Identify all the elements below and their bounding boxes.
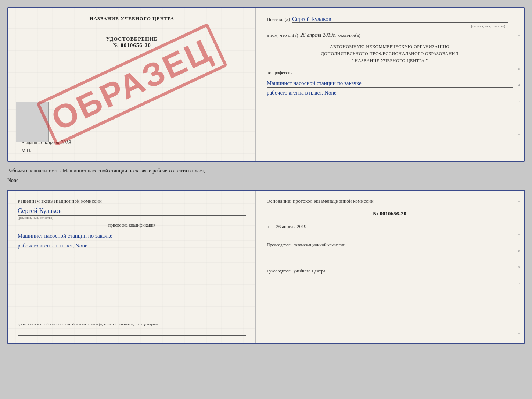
org-block: АВТОНОМНУЮ НЕКОММЕРЧЕСКУЮ ОРГАНИЗАЦИЮ ДО… xyxy=(267,43,513,65)
side-dashes-bottom-right: –––иа←––– xyxy=(518,191,522,343)
po-professii-row: по профессии xyxy=(267,69,513,76)
mp-label: М.П. xyxy=(18,147,31,153)
org-line3: " НАЗВАНИЕ УЧЕБНОГО ЦЕНТРА " xyxy=(267,57,513,64)
okonchil-label: окончил(а) xyxy=(338,32,360,38)
org-line1: АВТОНОМНУЮ НЕКОММЕРЧЕСКУЮ ОРГАНИЗАЦИЮ xyxy=(267,43,513,50)
po-professii-label: по профессии xyxy=(267,70,293,75)
specialty-text: Рабочая специальность - Машинист насосно… xyxy=(7,166,525,176)
name-bottom: Сергей Кулаков xyxy=(18,207,246,216)
top-document: НАЗВАНИЕ УЧЕБНОГО ЦЕНТРА УДОСТОВЕРЕНИЕ №… xyxy=(7,7,525,162)
photo-placeholder xyxy=(16,102,49,142)
bottom-document: Решением экзаменационной комиссии Сергей… xyxy=(7,190,525,344)
ot-date-block: от 26 апреля 2019 – xyxy=(267,224,513,229)
doc-right-top: Получил(а) Сергей Кулаков – (фамилия, им… xyxy=(256,8,524,161)
qualification-line1: Машинист насосной станции по закачке xyxy=(18,231,246,241)
doc-bottom-right: Основание: протокол экзаменационной коми… xyxy=(256,191,524,343)
nomer-bottom: № 0010656-20 xyxy=(267,211,513,217)
rukovoditel-block: Руководитель учебного Центра xyxy=(267,268,513,274)
predsedatel-label: Председатель экзаменационной комиссии xyxy=(267,242,345,247)
poluchil-row: Получил(а) Сергей Кулаков – xyxy=(267,16,513,23)
ot-label: от xyxy=(267,224,271,229)
vtom-label: в том, что он(а) xyxy=(267,32,298,38)
vtom-row: в том, что он(а) 26 апреля 2019г. окончи… xyxy=(267,32,513,39)
vtom-date: 26 апреля 2019г. xyxy=(301,32,336,39)
dopuskaetsya-block: допускается к работе согласно должностны… xyxy=(18,322,246,326)
specialty-text-wrapper: Рабочая специальность - Машинист насосно… xyxy=(7,166,525,185)
predsedatel-block: Председатель экзаменационной комиссии xyxy=(267,242,513,248)
underline-2 xyxy=(18,263,246,270)
underline-4 xyxy=(18,329,246,336)
rukovoditel-label: Руководитель учебного Центра xyxy=(267,268,325,274)
udostoverenie-label: УДОСТОВЕРЕНИЕ xyxy=(106,36,158,42)
udostoverenie-block: УДОСТОВЕРЕНИЕ № 0010656-20 xyxy=(106,36,158,49)
qualification-block: Машинист насосной станции по закачке раб… xyxy=(18,231,246,251)
nomer-top: № 0010656-20 xyxy=(106,42,158,49)
name-bottom-block: Сергей Кулаков (фамилия, имя, отчество) xyxy=(18,207,246,220)
profession-block: Машинист насосной станции по закачке раб… xyxy=(267,80,513,99)
poluchil-name: Сергей Кулаков xyxy=(292,16,508,23)
name-hint-bottom: (фамилия, имя, отчество) xyxy=(18,216,246,220)
org-line2: ДОПОЛНИТЕЛЬНОГО ПРОФЕССИОНАЛЬНОГО ОБРАЗО… xyxy=(267,50,513,57)
profession-line1: Машинист насосной станции по закачке xyxy=(267,80,513,88)
doc-left-top: НАЗВАНИЕ УЧЕБНОГО ЦЕНТРА УДОСТОВЕРЕНИЕ №… xyxy=(8,8,256,161)
ot-date-value: 26 апреля 2019 xyxy=(272,224,310,229)
specialty-text2: None xyxy=(7,176,525,185)
prisvoena-label: присвоена квалификация xyxy=(18,222,246,228)
side-dashes-right: –––иа←––– xyxy=(518,8,522,161)
poluchil-label: Получил(а) xyxy=(267,17,290,22)
osnov-text: Основание: протокол экзаменационной коми… xyxy=(267,198,513,204)
profession-line2: рабочего агента в пласт, None xyxy=(267,90,513,97)
dopuskaetsya-label: допускается к xyxy=(18,322,42,326)
name-hint-top: (фамилия, имя, отчество) xyxy=(470,24,505,28)
underline-1 xyxy=(18,254,246,260)
center-title-top: НАЗВАНИЕ УЧЕБНОГО ЦЕНТРА xyxy=(90,16,175,22)
rukovoditel-signature xyxy=(267,280,318,287)
underline-3 xyxy=(18,273,246,279)
predsedatel-signature xyxy=(267,254,318,261)
doc-bottom-left: Решением экзаменационной комиссии Сергей… xyxy=(8,191,256,343)
dopuskaetsya-value: работе согласно должностным (производств… xyxy=(43,322,158,326)
qualification-line2: рабочего агента в пласт, None xyxy=(18,241,246,251)
resheniem-text: Решением экзаменационной комиссии xyxy=(18,198,246,204)
